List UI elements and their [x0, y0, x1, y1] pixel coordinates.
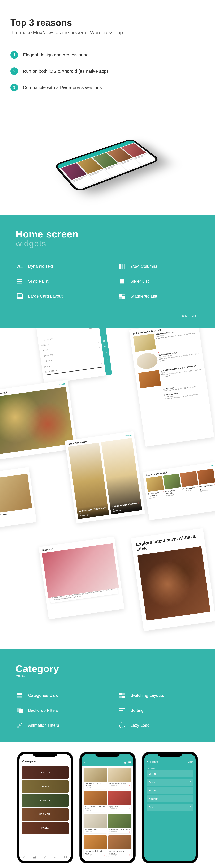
svg-rect-17 — [17, 693, 22, 695]
layout-collage: My Wishlist Logout BY CATEGORY DESERTS˅ … — [0, 328, 215, 649]
grid-icon: ▦ — [103, 339, 106, 342]
category-row: KIDS MENU — [22, 808, 69, 820]
heart-icon: ♥ — [214, 484, 215, 486]
svg-rect-3 — [121, 264, 123, 269]
svg-rect-7 — [17, 283, 22, 283]
category-row: PASTA — [22, 822, 69, 835]
bottom-nav: ⌂▦⚲♡⚇ — [20, 853, 71, 861]
large-card-panel: Large Card LayoutView All ♡ Grilled Peac… — [65, 431, 145, 523]
heart-icon: ♡ — [31, 509, 33, 512]
filter-row: Pasta˅ — [147, 804, 193, 811]
view-all-link: View All — [206, 465, 213, 467]
feature-item: AA Dynamic Text — [15, 262, 97, 271]
heart-icon: ♡ — [179, 488, 182, 491]
grid-card: Spicy Kimchi3 years ago ♡ — [108, 791, 132, 812]
chevron-down-icon: ˅ — [190, 798, 191, 800]
reason-text: Run on both iOS & Android (as native app… — [23, 69, 108, 74]
feature-label: Staggered List — [131, 294, 157, 299]
feature-item: Sorting — [118, 706, 200, 715]
user-icon: ⚇ — [64, 855, 67, 859]
category-widgets-section: Category widgets Categories Card Switchi… — [0, 649, 215, 742]
feature-item: Categories Card — [15, 691, 97, 700]
nn-default-panel: nn Default ♡omatic Confit Dust - Sau...e… — [0, 467, 37, 529]
feature-label: Backdrop Filters — [28, 708, 58, 713]
chevron-down-icon: ˅ — [190, 781, 191, 783]
feature-label: 2/3/4 Columns — [131, 264, 157, 269]
grid-card: Cauliflower Toast3 years ago ♡ — [83, 814, 107, 833]
list-icon — [15, 277, 24, 285]
slider-item-panel: Slider Item ♡ Creamy Coconut Berry Parfa… — [39, 536, 124, 619]
panel-title: Slider Item — [41, 548, 53, 552]
category-row: DESERTS — [22, 767, 69, 779]
svg-rect-22 — [122, 696, 125, 698]
home-title: Home screen — [15, 228, 200, 240]
reason-text: Elegant design and professionnal. — [23, 52, 91, 58]
phone-mockup-3: ×FiltersClear By Category Deserts˅ Drink… — [142, 752, 198, 863]
top-subtitle: that make FluxNews as the powerful Wordp… — [10, 30, 205, 35]
by-category-label: By Category — [144, 765, 195, 770]
svg-rect-12 — [17, 297, 22, 299]
svg-rect-26 — [119, 710, 123, 711]
anim-icon — [15, 721, 24, 730]
category-subtitle: widgets — [15, 674, 200, 677]
lazy-icon — [118, 721, 126, 730]
home-widgets-section: Home screen widgets AA Dynamic Text 2/3/… — [0, 215, 215, 328]
svg-rect-20 — [122, 693, 125, 695]
svg-rect-13 — [119, 293, 122, 297]
slider-blog-panel: Slider Horizontal Blog List A Middle Eas… — [129, 328, 214, 447]
grid-card: A Middle Eastern Inspired Cauliflow...3 … — [83, 768, 107, 789]
back-icon: ‹ — [84, 761, 85, 764]
svg-rect-18 — [17, 696, 22, 698]
chevron-down-icon: ˅ — [190, 773, 191, 775]
reason-number: 1 — [10, 51, 18, 59]
feature-label: Lazy Load — [131, 723, 150, 728]
home-features-grid: AA Dynamic Text 2/3/4 Columns Simple Lis… — [15, 262, 200, 300]
svg-rect-15 — [119, 298, 122, 299]
reason-number: 2 — [10, 67, 18, 75]
svg-point-28 — [17, 726, 19, 728]
svg-rect-19 — [119, 693, 122, 695]
user-icon: ⚇ — [106, 358, 108, 361]
heart-icon: ♡ — [104, 506, 106, 509]
feature-item: Simple List — [15, 277, 97, 285]
text-icon: AA — [15, 262, 24, 271]
reasons-list: 1 Elegant design and professionnal. 2 Ru… — [10, 51, 205, 91]
tilted-phone-mockup — [0, 111, 215, 215]
menu-cats: DESERTS˅ DRINKS˅ HEALTH CARE˅ KIDS MENU˅… — [41, 335, 102, 375]
category-row: HEALTH CARE — [22, 794, 69, 807]
feature-item: Lazy Load — [118, 721, 200, 730]
svg-rect-24 — [19, 709, 23, 713]
svg-rect-2 — [119, 264, 121, 269]
reason-item: 1 Elegant design and professionnal. — [10, 51, 205, 59]
feature-item: Animation Filters — [15, 721, 97, 730]
feature-item: Slider List — [118, 277, 200, 285]
clear-button: Clear — [188, 761, 193, 763]
feature-item: Staggered List — [118, 292, 200, 300]
feature-label: Slider List — [131, 279, 149, 284]
svg-rect-14 — [122, 293, 125, 295]
search-icon: ⚲ — [43, 855, 46, 859]
home-icon: ⌂ — [103, 333, 104, 336]
phone-mockup-1: Category DESERTS DRINKS HEALTH CARE KIDS… — [17, 752, 73, 863]
layout-toggle-icon: ▦ — [124, 761, 127, 764]
category-row: DRINKS — [22, 780, 69, 793]
view-all-link: View All — [125, 434, 132, 437]
explore-panel: Explore latest news within a click — [131, 528, 215, 631]
feature-item: Backdrop Filters — [15, 706, 97, 715]
heart-icon: ♡ — [105, 351, 107, 354]
phone2-grid: A Middle Eastern Inspired Cauliflow...3 … — [82, 766, 133, 858]
close-icon: × — [147, 761, 149, 764]
feature-item: 2/3/4 Columns — [118, 262, 200, 271]
svg-point-30 — [21, 723, 22, 724]
reason-number: 3 — [10, 84, 18, 91]
and-more-text: and more... — [15, 313, 200, 317]
filter-row: Deserts˅ — [147, 770, 193, 777]
reason-item: 3 Compatible with all Wordpress versions — [10, 84, 205, 91]
heart-icon: ♡ — [162, 491, 165, 493]
filter-row: Drinks˅ — [147, 779, 193, 786]
filter-row: Health Care˅ — [147, 787, 193, 794]
home-icon: ⌂ — [23, 855, 25, 859]
menu-logout: Logout — [83, 328, 94, 331]
layout-toggle-icon: ☰ — [128, 761, 131, 764]
chevron-down-icon: ˅ — [190, 789, 191, 792]
